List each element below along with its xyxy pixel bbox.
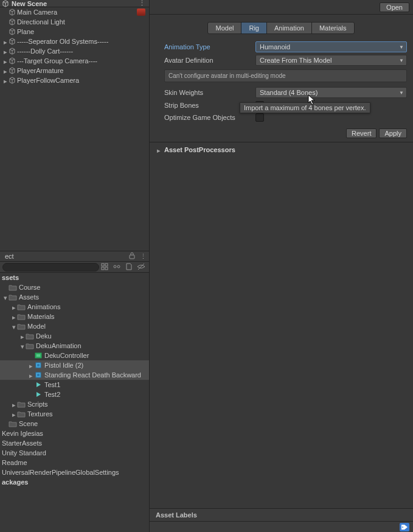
project-item[interactable]: ▸Materials [0, 312, 149, 321]
project-item[interactable]: Test2 [0, 390, 149, 399]
folder-icon [17, 401, 26, 408]
project-item[interactable]: ▸Pistol Idle (2) [0, 360, 149, 370]
project-item[interactable]: StarterAssets [0, 438, 149, 448]
optimize-row: Optimize Game Objects [150, 111, 413, 124]
foldout-icon[interactable]: ▸ [19, 333, 26, 339]
project-item[interactable]: ▸Standing React Death Backward [0, 370, 149, 380]
asset-postprocessors-section[interactable]: ▸ Asset PostProcessors [150, 142, 413, 157]
revert-apply-row: Revert Apply [150, 124, 413, 142]
tab-animation[interactable]: Animation [266, 22, 312, 34]
project-item-label: Scene [19, 420, 38, 427]
foldout-icon[interactable]: ▸ [2, 38, 9, 44]
apply-button[interactable]: Apply [379, 128, 407, 138]
hierarchy-item-label: ------Dolly Cart------ [17, 47, 73, 55]
hierarchy-item[interactable]: ▸PlayerFollowCamera [0, 75, 149, 85]
asset-label-tag-icon[interactable] [400, 523, 409, 531]
hierarchy-item[interactable]: Main Camera [0, 7, 149, 17]
tab-rig[interactable]: Rig [241, 22, 267, 34]
scene-title-row[interactable]: New Scene [2, 0, 135, 7]
foldout-icon[interactable]: ▾ [19, 343, 26, 349]
project-item[interactable]: Readme [0, 458, 149, 467]
skin-weights-dropdown[interactable]: Standard (4 Bones) ▼ [255, 87, 407, 98]
project-item[interactable]: UniversalRenderPipelineGlobalSettings [0, 467, 149, 477]
foldout-icon[interactable]: ▸ [11, 304, 17, 310]
save-search-icon[interactable] [125, 262, 133, 272]
project-item[interactable]: Scene [0, 419, 149, 429]
foldout-icon[interactable]: ▾ [2, 294, 9, 300]
svg-line-7 [138, 264, 144, 270]
lock-icon[interactable] [128, 251, 136, 261]
project-item[interactable]: ▸Animations [0, 302, 149, 312]
folder-icon [26, 332, 34, 340]
foldout-icon: ▸ [156, 147, 162, 153]
model-icon [34, 362, 43, 369]
foldout-icon[interactable]: ▸ [28, 362, 34, 368]
revert-button[interactable]: Revert [346, 128, 377, 138]
project-menu-icon[interactable]: ⋮ [140, 253, 147, 261]
animation-type-dropdown[interactable]: Humanoid ▼ [255, 41, 407, 52]
project-header: ect ⋮ [0, 251, 149, 262]
svg-marker-15 [36, 392, 41, 397]
svg-rect-4 [105, 267, 108, 270]
project-item[interactable]: DekuController [0, 351, 149, 360]
inspector-top-bar: Open [150, 0, 413, 15]
tab-materials[interactable]: Materials [311, 22, 355, 34]
hierarchy-item[interactable]: ▸---Target Group Camera---- [0, 56, 149, 66]
animation-clip-icon [34, 381, 43, 388]
foldout-icon[interactable]: ▸ [2, 77, 9, 83]
chevron-down-icon: ▼ [399, 90, 404, 96]
project-tab-label[interactable]: ect [2, 253, 14, 260]
project-item-label: Textures [27, 410, 53, 418]
filter-by-label-icon[interactable] [113, 262, 121, 272]
project-item[interactable]: Kevin Iglesias [0, 429, 149, 438]
strip-bones-row: Strip Bones [150, 99, 413, 111]
project-item[interactable]: ▸Scripts [0, 399, 149, 409]
assets-root[interactable]: ssets [0, 273, 149, 282]
project-item-label: Test2 [44, 391, 60, 398]
project-item-label: Materials [27, 313, 55, 320]
filter-by-type-icon[interactable] [100, 262, 109, 272]
optimize-checkbox[interactable] [255, 113, 264, 122]
project-item-label: Deku [36, 332, 52, 340]
project-item[interactable]: ackages [0, 477, 149, 487]
svg-marker-14 [36, 382, 41, 387]
hierarchy-item[interactable]: ▸------Dolly Cart------ [0, 46, 149, 56]
svg-rect-9 [36, 354, 40, 357]
project-item[interactable]: Unity Standard [0, 448, 149, 458]
foldout-icon[interactable]: ▸ [11, 401, 17, 407]
search-input[interactable] [2, 263, 99, 271]
foldout-icon[interactable]: ▸ [11, 313, 17, 320]
project-item-label: Readme [2, 459, 27, 466]
project-item[interactable]: ▸Textures [0, 409, 149, 419]
avatar-definition-dropdown[interactable]: Create From This Model ▼ [255, 55, 407, 66]
hierarchy-item[interactable]: ▸PlayerArmature [0, 66, 149, 75]
project-item[interactable]: Course [0, 282, 149, 292]
open-button[interactable]: Open [380, 2, 409, 12]
project-item-label: Course [19, 284, 40, 291]
project-item[interactable]: ▾DekuAnimation [0, 341, 149, 351]
hierarchy-item[interactable]: ▸-----Seperator Old Systems----- [0, 37, 149, 46]
foldout-icon[interactable]: ▾ [11, 323, 17, 329]
hierarchy-item[interactable]: Directional Light [0, 17, 149, 27]
hidden-icon[interactable] [137, 262, 145, 272]
tab-model[interactable]: Model [207, 22, 241, 34]
project-item[interactable]: ▸Deku [0, 331, 149, 341]
animation-clip-icon [34, 391, 43, 398]
folder-icon [17, 313, 26, 320]
strip-bones-checkbox[interactable] [255, 101, 264, 110]
foldout-icon[interactable]: ▸ [2, 58, 9, 64]
skin-weights-value: Standard (4 Bones) [260, 89, 318, 96]
project-item[interactable]: ▾Assets [0, 292, 149, 302]
hierarchy-item-label: PlayerArmature [17, 67, 63, 74]
foldout-icon[interactable]: ▸ [2, 48, 9, 54]
hierarchy-item[interactable]: Plane [0, 27, 149, 37]
folder-icon [26, 342, 34, 349]
foldout-icon[interactable]: ▸ [28, 372, 34, 378]
foldout-icon[interactable]: ▸ [2, 68, 9, 74]
foldout-icon[interactable]: ▸ [11, 411, 17, 417]
hierarchy-menu-icon[interactable]: ⋮ [135, 0, 149, 7]
project-item[interactable]: ▾Model [0, 321, 149, 331]
project-item[interactable]: Test1 [0, 380, 149, 390]
animation-type-value: Humanoid [260, 43, 290, 51]
project-item-label: DekuController [44, 352, 89, 359]
